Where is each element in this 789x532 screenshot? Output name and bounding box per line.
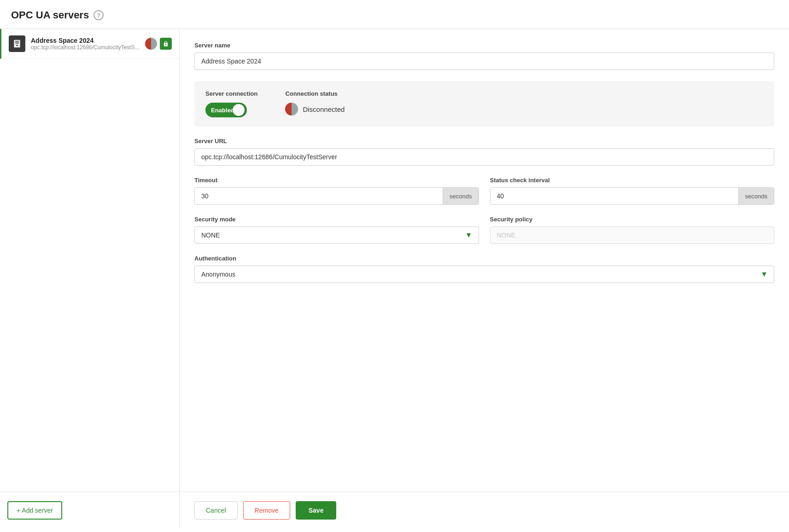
server-icon [9,35,25,52]
server-status-icons [145,38,172,50]
server-device-icon [12,39,22,48]
cancel-button[interactable]: Cancel [194,501,238,520]
lock-svg [163,40,169,47]
timeout-row: Timeout seconds Status check interval se… [194,177,774,205]
connection-status-row: Disconnected [285,103,345,116]
server-list-item[interactable]: Address Space 2024 opc.tcp://localhost:1… [0,29,179,59]
connection-status-icon [285,103,298,116]
status-check-input-wrapper: seconds [490,187,775,205]
timeout-label: Timeout [194,177,479,184]
security-mode-select[interactable]: NONE Sign SignAndEncrypt [194,226,479,244]
security-mode-group: Security mode NONE Sign SignAndEncrypt ▼ [194,216,479,244]
server-list-name: Address Space 2024 [31,37,140,44]
security-policy-select-wrapper: NONE [490,226,775,244]
content-area: Server name Server connection Enabled Co… [180,29,789,529]
page-title: OPC UA servers [11,9,89,21]
security-policy-group: Security policy NONE [490,216,775,244]
server-url-label: Server URL [194,138,774,145]
svg-rect-1 [15,41,19,42]
help-icon[interactable]: ? [94,10,104,20]
action-bar: Cancel Remove Save [180,492,789,529]
timeout-input-wrapper: seconds [194,187,479,205]
status-disconnected-icon [145,38,157,50]
sidebar: Address Space 2024 opc.tcp://localhost:1… [0,29,180,529]
authentication-select[interactable]: Anonymous Username & Password Certificat… [194,266,774,283]
status-check-addon: seconds [738,188,774,204]
remove-button[interactable]: Remove [243,501,290,520]
timeout-addon: seconds [443,188,478,204]
status-check-group: Status check interval seconds [490,177,775,205]
status-check-label: Status check interval [490,177,775,184]
svg-rect-0 [14,40,20,48]
sidebar-footer: + Add server [0,492,179,529]
connection-left: Server connection Enabled [205,90,257,117]
status-check-input[interactable] [491,188,738,204]
timeout-input[interactable] [195,188,443,204]
security-mode-label: Security mode [194,216,479,223]
server-name-label: Server name [194,42,774,49]
page-header: OPC UA servers ? [0,0,789,29]
main-content: Server name Server connection Enabled Co… [180,29,789,492]
connection-status-text: Disconnected [303,105,345,113]
security-mode-select-wrapper: NONE Sign SignAndEncrypt ▼ [194,226,479,244]
connection-panel: Server connection Enabled Connection sta… [194,81,774,127]
connection-toggle[interactable]: Enabled [205,103,247,117]
timeout-group: Timeout seconds [194,177,479,205]
toggle-label: Enabled [206,107,234,114]
authentication-select-wrapper: Anonymous Username & Password Certificat… [194,266,774,283]
svg-point-3 [16,45,18,46]
svg-rect-2 [15,43,19,44]
server-connection-label: Server connection [205,90,257,97]
server-name-section: Server name [194,42,774,70]
server-url-input[interactable] [194,148,774,166]
connection-right: Connection status Disconnected [285,90,345,116]
save-button[interactable]: Save [296,501,337,520]
authentication-label: Authentication [194,255,774,262]
security-policy-select[interactable]: NONE [490,226,775,244]
authentication-section: Authentication Anonymous Username & Pass… [194,255,774,283]
toggle-knob [233,104,245,116]
main-layout: Address Space 2024 opc.tcp://localhost:1… [0,29,789,529]
security-row: Security mode NONE Sign SignAndEncrypt ▼… [194,216,774,244]
server-info: Address Space 2024 opc.tcp://localhost:1… [31,37,140,51]
security-policy-label: Security policy [490,216,775,223]
server-name-input[interactable] [194,52,774,70]
status-lock-icon [160,38,172,50]
server-list-url: opc.tcp://localhost:12686/CumulocityTest… [31,44,140,51]
toggle-wrapper: Enabled [205,103,257,117]
server-url-section: Server URL [194,138,774,166]
add-server-button[interactable]: + Add server [7,501,62,520]
connection-status-label: Connection status [285,90,345,97]
